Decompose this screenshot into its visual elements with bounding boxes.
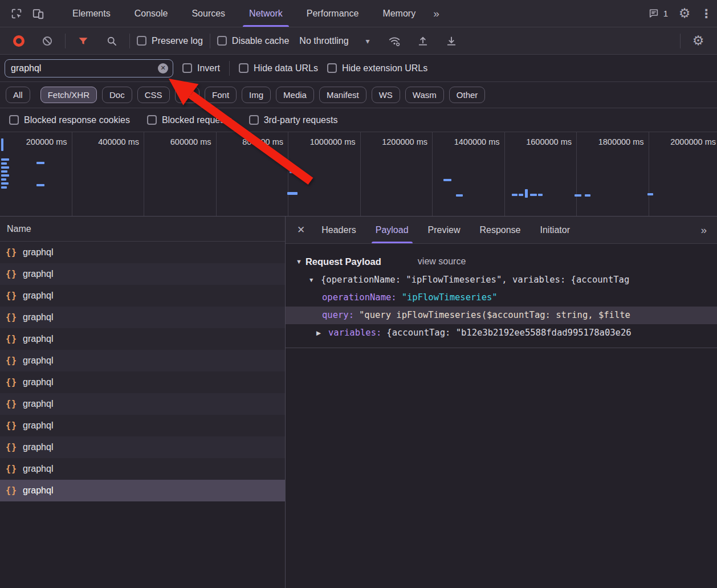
request-row[interactable]: {}graphql	[0, 350, 285, 371]
hide-data-urls-label[interactable]: Hide data URLs	[254, 63, 318, 74]
export-har-icon[interactable]	[441, 30, 462, 52]
inspect-element-icon[interactable]	[6, 3, 27, 24]
request-name: graphql	[23, 291, 53, 301]
third-party-requests-checkbox[interactable]	[249, 115, 259, 125]
issues-button[interactable]: 1	[642, 8, 674, 19]
payload-variables-line[interactable]: ▶ variables:{accountTag: "b12e3b2192ee55…	[286, 324, 717, 342]
network-request-mark	[456, 194, 463, 197]
details-tab-payload[interactable]: Payload	[366, 217, 418, 243]
details-overflow-chevron-icon[interactable]: »	[695, 224, 712, 236]
hide-extension-urls-label[interactable]: Hide extension URLs	[342, 63, 427, 74]
network-request-mark	[538, 194, 543, 196]
disable-cache-checkbox[interactable]	[217, 36, 227, 46]
chip-other[interactable]: Other	[449, 87, 486, 103]
invert-label[interactable]: Invert	[197, 63, 220, 74]
search-icon[interactable]	[101, 30, 123, 52]
network-request-mark	[530, 194, 537, 196]
throttling-value: No throttling	[299, 36, 348, 46]
record-button[interactable]	[8, 30, 30, 52]
blocked-response-cookies-label[interactable]: Blocked response cookies	[24, 115, 130, 125]
tab-memory[interactable]: Memory	[370, 0, 427, 27]
settings-gear-icon[interactable]: ⚙	[674, 3, 695, 24]
request-row[interactable]: {}graphql	[0, 436, 285, 458]
close-details-icon[interactable]: ✕	[290, 224, 312, 236]
chip-css[interactable]: CSS	[137, 87, 170, 103]
import-har-icon[interactable]	[412, 30, 434, 52]
disable-cache-label[interactable]: Disable cache	[232, 36, 290, 46]
filter-funnel-icon[interactable]	[72, 30, 94, 52]
blocked-response-cookies-checkbox[interactable]	[9, 115, 19, 125]
expand-triangle-icon[interactable]: ▶	[316, 324, 321, 342]
request-row[interactable]: {}graphql	[0, 458, 285, 480]
details-tab-preview[interactable]: Preview	[418, 217, 470, 243]
chip-ws[interactable]: WS	[372, 87, 400, 103]
request-row[interactable]: {}graphql	[0, 285, 285, 307]
request-row[interactable]: {}graphql	[0, 242, 285, 263]
request-row[interactable]: {}graphql	[0, 307, 285, 328]
request-row[interactable]: {}graphql	[0, 328, 285, 350]
clear-log-icon[interactable]	[36, 30, 58, 52]
timeline-label: 1000000 ms	[288, 132, 361, 216]
network-request-mark	[519, 194, 523, 196]
blocked-requests-label[interactable]: Blocked requests	[162, 115, 232, 125]
view-source-link[interactable]: view source	[418, 256, 466, 267]
throttling-select[interactable]: No throttling ▾	[299, 36, 369, 46]
request-name: graphql	[23, 334, 53, 344]
blocked-requests-checkbox[interactable]	[147, 115, 157, 125]
third-party-requests-label[interactable]: 3rd-party requests	[264, 115, 338, 125]
issues-bubble-icon	[648, 8, 659, 19]
request-row[interactable]: {}graphql	[0, 415, 285, 436]
timeline-overview[interactable]: 200000 ms400000 ms600000 ms800000 ms1000…	[0, 132, 717, 217]
network-request-mark	[1, 178, 6, 181]
request-row[interactable]: {}graphql	[0, 371, 285, 393]
payload-operation-line[interactable]: operationName:"ipFlowTimeseries"	[286, 289, 717, 307]
hide-extension-urls-checkbox[interactable]	[327, 63, 337, 73]
tab-elements[interactable]: Elements	[60, 0, 123, 27]
fetch-braces-icon: {}	[6, 312, 17, 322]
expand-triangle-icon[interactable]: ▼	[308, 271, 314, 289]
timeline-columns: 200000 ms400000 ms600000 ms800000 ms1000…	[0, 132, 717, 216]
chip-img[interactable]: Img	[242, 87, 271, 103]
tab-network[interactable]: Network	[237, 0, 295, 27]
kebab-menu-icon[interactable]: ⋮	[695, 3, 717, 24]
details-tab-initiator[interactable]: Initiator	[531, 217, 580, 243]
tab-console[interactable]: Console	[123, 0, 180, 27]
collapse-triangle-icon[interactable]: ▼	[296, 258, 302, 265]
tab-sources[interactable]: Sources	[180, 0, 237, 27]
preserve-log-checkbox[interactable]	[137, 36, 146, 46]
name-column-header[interactable]: Name	[0, 217, 285, 242]
invert-checkbox[interactable]	[182, 63, 192, 73]
throttling-caret-icon: ▾	[366, 36, 370, 46]
network-panels: Name {}graphql{}graphql{}graphql{}graphq…	[0, 217, 717, 588]
preserve-log-label[interactable]: Preserve log	[152, 36, 203, 46]
chip-fetch-xhr[interactable]: Fetch/XHR	[40, 87, 97, 103]
payload-query-line[interactable]: query:"query ipFlowTimeseries($accountTa…	[286, 307, 717, 324]
network-settings-gear-icon[interactable]: ⚙	[687, 30, 709, 52]
device-toolbar-icon[interactable]	[27, 3, 49, 24]
network-conditions-icon[interactable]	[384, 30, 405, 52]
timeline-label: 600000 ms	[144, 132, 217, 216]
clear-filter-icon[interactable]: ✕	[158, 63, 168, 74]
request-name: graphql	[23, 420, 53, 431]
hide-data-urls-checkbox[interactable]	[239, 63, 248, 73]
chip-all[interactable]: All	[6, 87, 30, 103]
request-name: graphql	[23, 247, 53, 258]
filter-input[interactable]: graphql ✕	[5, 59, 173, 77]
details-tab-headers[interactable]: Headers	[312, 217, 365, 243]
details-tab-response[interactable]: Response	[470, 217, 530, 243]
chip-wasm[interactable]: Wasm	[405, 87, 444, 103]
chip-manifest[interactable]: Manifest	[319, 87, 366, 103]
timeline-label: 1400000 ms	[433, 132, 505, 216]
chip-doc[interactable]: Doc	[102, 87, 132, 103]
more-tabs-chevron-icon[interactable]: »	[427, 7, 445, 20]
request-row[interactable]: {}graphql	[0, 480, 285, 501]
request-row[interactable]: {}graphql	[0, 393, 285, 415]
chip-js[interactable]: JS	[175, 87, 200, 103]
blocked-requests-group: Blocked requests	[147, 115, 232, 125]
request-row[interactable]: {}graphql	[0, 263, 285, 285]
tab-performance[interactable]: Performance	[295, 0, 371, 27]
chip-font[interactable]: Font	[205, 87, 237, 103]
payload-root-line[interactable]: ▼ {operationName: "ipFlowTimeseries", va…	[286, 271, 717, 289]
payload-section-title: Request Payload	[305, 256, 381, 267]
chip-media[interactable]: Media	[276, 87, 314, 103]
